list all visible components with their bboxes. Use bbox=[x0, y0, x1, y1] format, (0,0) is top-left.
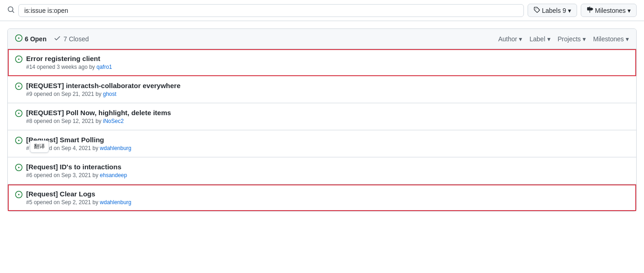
open-icon bbox=[15, 34, 22, 43]
labels-button[interactable]: Labels 9 ▾ bbox=[528, 4, 577, 17]
issue-content: [Request] ID's to interactions #6 opened… bbox=[26, 163, 629, 178]
issue-row[interactable]: [Request] ID's to interactions #6 opened… bbox=[8, 157, 636, 184]
chevron-author: ▾ bbox=[519, 35, 522, 43]
closed-count-label: 7 Closed bbox=[63, 35, 88, 43]
issue-open-icon bbox=[15, 110, 22, 118]
issue-open-icon bbox=[15, 164, 22, 173]
milestones-filter-label: Milestones bbox=[593, 35, 624, 43]
label-filter[interactable]: Label ▾ bbox=[529, 35, 550, 43]
issue-row[interactable]: [REQUEST] Poll Now, highlight, delete it… bbox=[8, 103, 636, 130]
milestones-filter[interactable]: Milestones ▾ bbox=[593, 35, 629, 43]
issue-content: [Request] Clear Logs #5 opened on Sep 2,… bbox=[26, 190, 629, 206]
issue-open-icon bbox=[15, 83, 22, 91]
chevron-label: ▾ bbox=[547, 35, 550, 43]
issue-row[interactable]: [Request] Clear Logs #5 opened on Sep 2,… bbox=[8, 184, 636, 211]
issue-author[interactable]: ehsandeep bbox=[100, 172, 127, 178]
issue-content: Error registering client #14 opened 3 we… bbox=[26, 55, 629, 70]
projects-filter-label: Projects bbox=[558, 35, 581, 43]
issue-open-icon bbox=[15, 56, 22, 64]
chevron-down-icon: ▾ bbox=[568, 7, 571, 14]
toolbar-buttons: Labels 9 ▾ Milestones ▾ bbox=[528, 4, 637, 17]
check-icon bbox=[54, 34, 61, 43]
issue-author[interactable]: wdahlenburg bbox=[100, 145, 132, 151]
issue-row[interactable]: [REQUEST] interactsh-collaborator everyw… bbox=[8, 76, 636, 103]
search-input[interactable] bbox=[18, 4, 524, 17]
translate-tooltip: 翻译 bbox=[30, 140, 49, 153]
issue-content: [REQUEST] interactsh-collaborator everyw… bbox=[26, 82, 629, 97]
issue-title[interactable]: [REQUEST] interactsh-collaborator everyw… bbox=[26, 82, 629, 89]
issue-open-icon bbox=[15, 137, 22, 145]
chevron-milestones: ▾ bbox=[626, 35, 629, 43]
issue-row[interactable]: [Request] Smart Polling #7 opened on Sep… bbox=[8, 130, 636, 157]
issue-meta: #9 opened on Sep 21, 2021 by ghost bbox=[26, 91, 629, 97]
issue-title[interactable]: [Request] Clear Logs bbox=[26, 190, 629, 198]
issue-meta: #14 opened 3 weeks ago by qafro1 bbox=[26, 64, 629, 70]
closed-issues-count[interactable]: 7 Closed bbox=[54, 34, 88, 43]
issue-meta: #8 opened on Sep 12, 2021 by iNoSec2 bbox=[26, 118, 629, 124]
issue-open-icon bbox=[15, 191, 22, 200]
milestones-button[interactable]: Milestones ▾ bbox=[581, 4, 637, 17]
open-count-label: 6 Open bbox=[25, 35, 46, 43]
issue-title[interactable]: [Request] ID's to interactions bbox=[26, 163, 629, 171]
issue-meta: #7 opened on Sep 4, 2021 by wdahlenburg bbox=[26, 145, 629, 151]
issues-list: Error registering client #14 opened 3 we… bbox=[8, 49, 636, 211]
issue-author[interactable]: ghost bbox=[103, 91, 116, 97]
issue-content: [Request] Smart Polling #7 opened on Sep… bbox=[26, 136, 629, 151]
label-filter-label: Label bbox=[529, 35, 545, 43]
issue-meta: #5 opened on Sep 2, 2021 by wdahlenburg bbox=[26, 199, 629, 206]
issues-container: 6 Open 7 Closed Author ▾ Label ▾ bbox=[7, 28, 637, 212]
chevron-projects: ▾ bbox=[583, 35, 586, 43]
issues-header-left: 6 Open 7 Closed bbox=[15, 34, 89, 43]
issue-title[interactable]: [Request] Smart Polling bbox=[26, 136, 629, 144]
search-icon bbox=[7, 6, 15, 15]
issue-author[interactable]: wdahlenburg bbox=[100, 199, 132, 206]
issue-author[interactable]: iNoSec2 bbox=[103, 118, 123, 124]
issue-author[interactable]: qafro1 bbox=[96, 64, 112, 70]
label-icon bbox=[534, 6, 540, 14]
issue-content: [REQUEST] Poll Now, highlight, delete it… bbox=[26, 109, 629, 124]
milestones-btn-label: Milestones bbox=[595, 7, 626, 14]
author-filter[interactable]: Author ▾ bbox=[498, 35, 522, 43]
issues-header: 6 Open 7 Closed Author ▾ Label ▾ bbox=[8, 29, 636, 49]
author-filter-label: Author bbox=[498, 35, 517, 43]
milestone-icon bbox=[587, 6, 593, 14]
open-issues-count[interactable]: 6 Open bbox=[15, 34, 46, 43]
issue-title[interactable]: [REQUEST] Poll Now, highlight, delete it… bbox=[26, 109, 629, 117]
issues-header-right: Author ▾ Label ▾ Projects ▾ Milestones ▾ bbox=[498, 35, 629, 43]
labels-btn-label: Labels 9 bbox=[542, 7, 566, 14]
issue-row[interactable]: Error registering client #14 opened 3 we… bbox=[8, 49, 636, 76]
chevron-down-icon2: ▾ bbox=[627, 7, 631, 14]
projects-filter[interactable]: Projects ▾ bbox=[558, 35, 586, 43]
search-bar: Labels 9 ▾ Milestones ▾ bbox=[0, 0, 644, 21]
issue-meta: #6 opened on Sep 3, 2021 by ehsandeep bbox=[26, 172, 629, 178]
issue-title[interactable]: Error registering client bbox=[26, 55, 629, 62]
